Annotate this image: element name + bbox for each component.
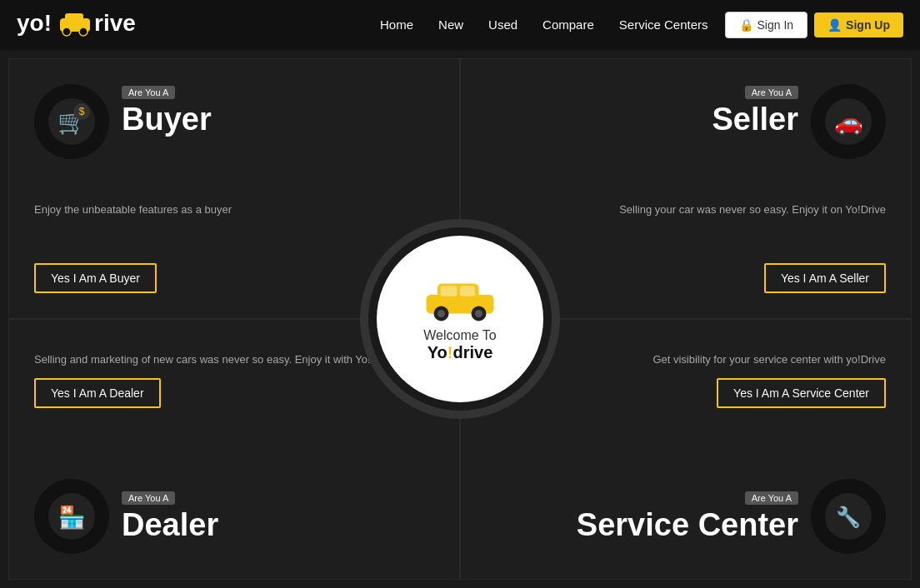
buyer-desc: Enjoy the unbeatable features as a buyer	[34, 203, 434, 216]
service-title-block: Are You A Service Center	[577, 490, 798, 543]
buyer-title-block: Are You A Buyer	[122, 84, 212, 137]
seller-cta-button[interactable]: Yes I Am A Seller	[764, 263, 886, 293]
svg-rect-18	[441, 286, 458, 296]
dealer-are-you-a: Are You A	[122, 491, 175, 505]
nav-service-centers[interactable]: Service Centers	[619, 17, 708, 32]
buyer-are-you-a: Are You A	[122, 86, 175, 99]
buyer-title: Buyer	[122, 102, 212, 137]
svg-point-3	[62, 27, 71, 36]
svg-text:🏪: 🏪	[58, 504, 86, 531]
outer-ring: Welcome To Yo!drive	[360, 219, 560, 419]
nav-used[interactable]: Used	[488, 17, 518, 32]
dealer-bottom-row: 🏪 Are You A Dealer	[34, 479, 434, 554]
dealer-icon: 🏪	[34, 479, 109, 554]
main-content: 🛒 $ Are You A Buyer Enjoy the unbeatable…	[0, 50, 920, 588]
nav-new[interactable]: New	[438, 17, 463, 32]
buyer-header: 🛒 $ Are You A Buyer	[34, 84, 434, 159]
service-cta-button[interactable]: Yes I Am A Service Center	[717, 378, 886, 408]
nav-compare[interactable]: Compare	[542, 17, 594, 32]
welcome-line1: Welcome To	[423, 328, 496, 343]
svg-point-4	[79, 27, 88, 36]
seller-icon: 🚗	[811, 84, 886, 159]
signup-button[interactable]: 👤 Sign Up	[814, 12, 903, 37]
nav-home[interactable]: Home	[380, 17, 413, 32]
dealer-title: Dealer	[122, 508, 218, 543]
svg-text:🚗: 🚗	[834, 108, 863, 136]
logo-text: yo! rive	[17, 6, 150, 45]
buyer-cta-button[interactable]: Yes I Am A Buyer	[34, 263, 157, 293]
lock-icon: 🔒	[739, 18, 753, 32]
center-car-icon	[422, 276, 498, 321]
service-desc: Get visibility for your service center w…	[652, 353, 886, 366]
svg-text:yo!: yo!	[17, 10, 52, 36]
inner-circle: Welcome To Yo!drive	[377, 236, 543, 402]
svg-text:🔧: 🔧	[836, 505, 861, 529]
svg-text:$: $	[79, 106, 85, 117]
svg-point-21	[438, 310, 445, 317]
seller-header: 🚗 Are You A Seller	[712, 84, 886, 159]
seller-title: Seller	[712, 102, 798, 137]
seller-desc: Selling your car was never so easy. Enjo…	[619, 203, 886, 216]
center-circle: Welcome To Yo!drive	[360, 219, 560, 419]
dealer-cta-button[interactable]: Yes I Am A Dealer	[34, 378, 161, 408]
logo: yo! rive	[17, 6, 380, 45]
service-bottom-row: Are You A Service Center 🔧	[577, 479, 886, 554]
service-title: Service Center	[577, 508, 798, 543]
svg-rect-19	[460, 286, 475, 296]
service-are-you-a: Are You A	[745, 491, 798, 505]
welcome-line2: Yo!drive	[428, 343, 493, 362]
signin-button[interactable]: 🔒 Sign In	[725, 12, 808, 38]
svg-point-23	[475, 310, 482, 317]
svg-text:rive: rive	[94, 10, 136, 36]
dealer-title-block: Are You A Dealer	[122, 490, 218, 543]
welcome-brand-text: drive	[452, 343, 492, 361]
navbar: yo! rive Home New Used Compare Service C…	[0, 0, 920, 50]
user-icon: 👤	[828, 18, 842, 32]
svg-rect-2	[65, 13, 83, 23]
seller-are-you-a: Are You A	[745, 86, 798, 99]
role-grid: 🛒 $ Are You A Buyer Enjoy the unbeatable…	[8, 58, 912, 580]
seller-title-block: Are You A Seller	[712, 84, 798, 137]
service-icon: 🔧	[811, 479, 886, 554]
buyer-icon: 🛒 $	[34, 84, 109, 159]
nav-links: Home New Used Compare Service Centers	[380, 17, 708, 32]
